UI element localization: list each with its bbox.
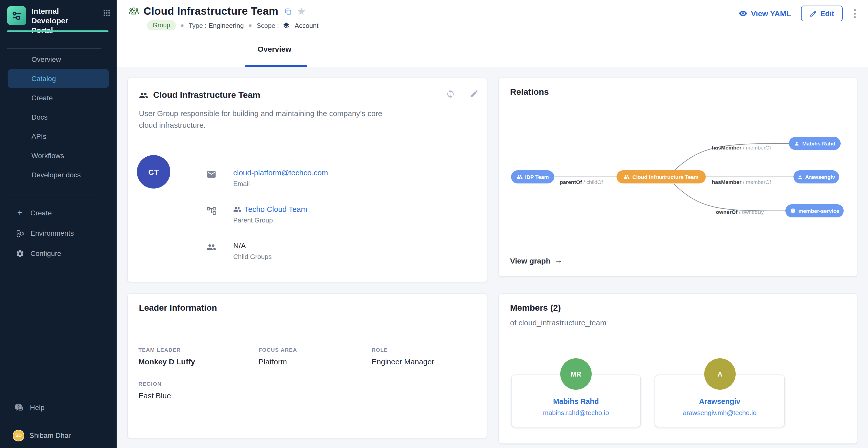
dot-separator: ● bbox=[248, 22, 252, 29]
gear-icon bbox=[15, 249, 24, 258]
parent-group-label: Parent Group bbox=[233, 216, 307, 224]
child-groups-value: N/A bbox=[233, 241, 272, 250]
graph-node-idp-team[interactable]: IDP Team bbox=[511, 170, 554, 184]
svg-text:?: ? bbox=[17, 405, 20, 409]
sidebar-user[interactable]: SD Shibam Dhar bbox=[0, 428, 117, 442]
graph-node-mabihs-rahd[interactable]: Mabihs Rahd bbox=[789, 137, 841, 150]
page-title: Cloud Infrastructure Team bbox=[144, 5, 278, 17]
field-value: Engineer Manager bbox=[372, 357, 434, 366]
field-role: ROLE Engineer Manager bbox=[372, 347, 434, 366]
arrow-right-icon: → bbox=[554, 255, 563, 265]
app-root: Internal Developer Portal Overview Catal… bbox=[0, 0, 868, 448]
graph-node-cloud-infrastructure-team[interactable]: Cloud Infrastructure Team bbox=[617, 170, 706, 184]
parent-group-link[interactable]: Techo Cloud Team bbox=[233, 205, 307, 213]
plus-icon: + bbox=[15, 208, 24, 217]
leader-information-card: Leader Information TEAM LEADER Monkey D … bbox=[127, 293, 487, 438]
member-name-link[interactable]: Arawsengiv bbox=[699, 397, 741, 406]
sidebar-item-workflows[interactable]: Workflows bbox=[8, 146, 109, 165]
field-value: Monkey D Luffy bbox=[138, 357, 195, 366]
field-label: REGION bbox=[138, 381, 171, 387]
sidebar: Internal Developer Portal Overview Catal… bbox=[0, 0, 117, 448]
copy-icon[interactable] bbox=[284, 7, 292, 15]
sitemap-icon bbox=[206, 206, 216, 224]
team-card-title: Cloud Infrastructure Team bbox=[153, 90, 260, 100]
group-icon bbox=[517, 174, 523, 180]
graph-node-arawsengiv[interactable]: Arawsengiv bbox=[794, 170, 839, 184]
team-description: User Group responsible for building and … bbox=[139, 107, 403, 131]
user-name: Shibam Dhar bbox=[29, 431, 71, 439]
action-label: Environments bbox=[30, 229, 74, 237]
help-chat-icon: ? bbox=[14, 403, 24, 412]
view-yaml-label: View YAML bbox=[751, 9, 791, 18]
sidebar-item-overview[interactable]: Overview bbox=[8, 50, 109, 69]
sidebar-item-docs[interactable]: Docs bbox=[8, 107, 109, 127]
page-header: Cloud Infrastructure Team Group ● Type :… bbox=[117, 0, 868, 67]
node-label: Arawsengiv bbox=[805, 174, 835, 180]
node-label: IDP Team bbox=[525, 174, 549, 180]
sidebar-action-create[interactable]: + Create bbox=[0, 203, 117, 223]
parent-group-row: Techo Cloud Team Parent Group bbox=[206, 205, 307, 224]
member-name-link[interactable]: Mabihs Rahd bbox=[553, 397, 599, 406]
team-info-card: Cloud Infrastructure Team User Group res… bbox=[127, 77, 487, 282]
brand: Internal Developer Portal bbox=[0, 0, 117, 35]
edit-label: Edit bbox=[820, 9, 834, 18]
field-team-leader: TEAM LEADER Monkey D Luffy bbox=[138, 347, 195, 366]
sidebar-item-catalog[interactable]: Catalog bbox=[8, 69, 109, 88]
edge-label-hasmember-mid: hasMember / memberOf bbox=[712, 179, 771, 185]
leader-card-title: Leader Information bbox=[139, 303, 217, 313]
people-icon bbox=[206, 242, 216, 260]
edit-pencil-icon[interactable] bbox=[469, 89, 478, 99]
email-row: cloud-platform@techco.com Email bbox=[206, 168, 328, 188]
sidebar-item-create[interactable]: Create bbox=[8, 88, 109, 107]
star-icon[interactable] bbox=[297, 7, 306, 15]
node-label: Cloud Infrastructure Team bbox=[632, 174, 699, 180]
relations-card: Relations IDP Team Cloud Infrastructure … bbox=[498, 77, 857, 277]
view-yaml-button[interactable]: View YAML bbox=[739, 9, 791, 18]
chip-icon bbox=[790, 208, 796, 214]
help-label: Help bbox=[30, 404, 44, 412]
people-icon bbox=[139, 91, 149, 100]
team-avatar: CT bbox=[137, 155, 170, 189]
sidebar-nav: Overview Catalog Create Docs APIs Workfl… bbox=[0, 50, 117, 185]
members-card: Members (2) of cloud_infrastructure_team… bbox=[498, 293, 857, 444]
child-groups-row: N/A Child Groups bbox=[206, 241, 272, 260]
more-options-menu-icon[interactable] bbox=[853, 8, 857, 19]
entity-meta: Group ● Type : Engineering ● Scope : Acc… bbox=[147, 20, 318, 30]
group-icon bbox=[624, 174, 630, 180]
members-subtitle: of cloud_infrastructure_team bbox=[510, 318, 607, 327]
member-email-link[interactable]: mabihs.rahd@techo.io bbox=[543, 409, 609, 417]
type-label: Type : bbox=[189, 22, 207, 29]
group-entity-icon bbox=[128, 6, 140, 17]
child-groups-label: Child Groups bbox=[233, 253, 272, 260]
sidebar-item-apis[interactable]: APIs bbox=[8, 127, 109, 146]
field-region: REGION East Blue bbox=[138, 381, 171, 400]
view-graph-link[interactable]: View graph → bbox=[510, 255, 563, 265]
app-logo-icon[interactable] bbox=[7, 6, 26, 25]
scope-label: Scope : bbox=[256, 22, 279, 29]
field-focus-area: FOCUS AREA Platform bbox=[258, 347, 297, 366]
member-email-link[interactable]: arawsengiv.mh@techo.io bbox=[683, 409, 756, 417]
type-value: Engineering bbox=[209, 22, 244, 29]
eye-icon bbox=[739, 9, 747, 18]
edge-label-parentof: parentOf / childOf bbox=[560, 179, 603, 185]
node-label: Mabihs Rahd bbox=[802, 140, 836, 147]
member-avatar: MR bbox=[560, 358, 592, 390]
sidebar-action-environments[interactable]: Environments bbox=[0, 223, 117, 243]
sidebar-help[interactable]: ? Help bbox=[0, 401, 117, 415]
sidebar-item-developer-docs[interactable]: Developer docs bbox=[8, 165, 109, 185]
dot-separator: ● bbox=[181, 22, 184, 29]
edit-button[interactable]: Edit bbox=[801, 6, 843, 21]
sidebar-actions: + Create Environments Configure bbox=[0, 203, 117, 263]
sidebar-action-configure[interactable]: Configure bbox=[0, 243, 117, 263]
app-switcher-grid-icon[interactable] bbox=[103, 9, 111, 19]
tab-overview[interactable]: Overview bbox=[257, 44, 291, 53]
team-email-link[interactable]: cloud-platform@techco.com bbox=[233, 168, 328, 177]
field-value: Platform bbox=[258, 357, 297, 366]
sidebar-divider bbox=[7, 195, 101, 195]
user-avatar: SD bbox=[13, 429, 24, 441]
field-value: East Blue bbox=[138, 391, 171, 400]
refresh-icon[interactable] bbox=[446, 89, 455, 99]
layers-icon bbox=[282, 22, 290, 29]
sidebar-divider bbox=[7, 48, 101, 49]
graph-node-member-service[interactable]: member-service bbox=[785, 204, 844, 217]
